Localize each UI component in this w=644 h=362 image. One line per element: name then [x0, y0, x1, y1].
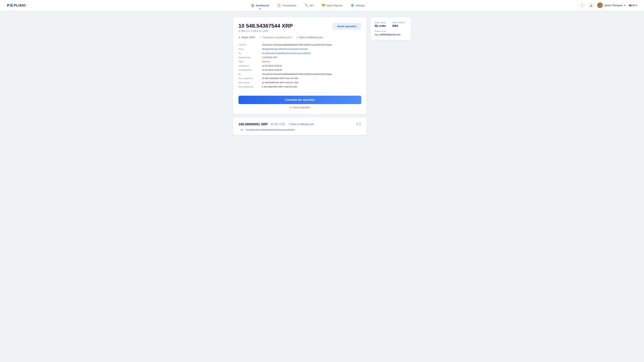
- table-row: Sum actual: 10 548.54367544 XRP 5 653.41…: [238, 80, 361, 85]
- table-row: Sum difference: 9 462.56847694 XRP 3 003…: [238, 85, 361, 89]
- content-area: 10 548.54367544 XRP 4 694.23 / 5 653.41 …: [233, 17, 366, 135]
- order-name-value: My order: [375, 24, 390, 27]
- from-address: 3Eq8Q82SkmjbVZRwRG4AZmkSpEVXZe3rdR: [262, 47, 361, 51]
- type-value: Cash-in: [262, 59, 361, 64]
- completed-at-value: 21.03.2019 15:58:43: [262, 68, 361, 72]
- hash-label: #1: [356, 121, 361, 127]
- sum-actual-xrp: 10 548.54367544 XRP: [262, 81, 284, 84]
- sum-actual-values: 10 548.54367544 XRP 5 653.41 USD: [262, 80, 361, 85]
- secondary-amounts: 100.00000001 XRP 50.95 USD ↗ Show on Bit…: [238, 122, 314, 126]
- currency-status: ✕ Ripple (XRP): [238, 36, 255, 39]
- amount-crypto: 10 548.54367544 XRP: [238, 23, 293, 29]
- field-label: Sum difference:: [238, 85, 262, 89]
- order-email-label: Order e-mail:: [375, 30, 407, 32]
- order-number-label: Order number:: [392, 21, 407, 24]
- flag-icon: 🇬🇧: [629, 4, 632, 7]
- card-header: 10 548.54367544 XRP 4 694.23 / 5 653.41 …: [238, 23, 361, 33]
- sum-diff-usd: 3 003.46 USD: [284, 85, 297, 88]
- order-number-value: 3064: [392, 24, 407, 27]
- nav-item-settings[interactable]: ⚙️ Settings: [346, 2, 368, 8]
- boost-operation-button[interactable]: Boost operation: [332, 23, 361, 30]
- external-link-icon: ↗: [288, 123, 290, 125]
- txn-id-value: 1f1ea45cf173b23a3c4af00a9df4404374f6cc85…: [262, 43, 361, 47]
- sum-diff-xrp: 9 462.56847694 XRP: [262, 85, 283, 88]
- nav-item-api[interactable]: 🔧 API: [300, 2, 318, 8]
- nav-item-dashboard[interactable]: 🏠 Dashboard: [247, 2, 273, 8]
- sum-expected-values: 20 000.00000000 XRP 8 591.49 USD: [262, 76, 361, 80]
- details-table: TXN ID: 1f1ea45cf173b23a3c4af00a9df44043…: [238, 43, 361, 89]
- check-icon: ✓: [259, 36, 261, 39]
- created-at-value: 21.03.2019 15:42:01: [262, 64, 361, 68]
- cancel-operation-row[interactable]: ✕ Cancel operation: [238, 106, 361, 109]
- secondary-to-address: bc1q60ma9vcm5ytd9kxtafw4s3wr9nqxuem38l3f…: [246, 129, 295, 131]
- field-label: Sum actual:: [238, 80, 262, 85]
- field-label: TXN ID:: [238, 43, 262, 47]
- external-link-icon: ↗: [296, 36, 298, 39]
- secondary-bithomp-link[interactable]: ↗ Show on Bithomp.com: [288, 123, 314, 125]
- active-dot: [260, 8, 260, 9]
- sum-diff-values: 9 462.56847694 XRP 3 003.46 USD: [262, 85, 361, 89]
- cancel-x-icon: ✕: [290, 106, 292, 109]
- field-label: Created at:: [238, 64, 262, 68]
- order-email-value: my_mail594@gmail.com: [375, 33, 407, 36]
- order-name-field: Order name: My order: [375, 21, 390, 27]
- header: P PLISIO 🏠 Dashboard 📋 Transactions 🔧 AP…: [0, 0, 644, 11]
- table-row: Created at: 21.03.2019 15:42:01: [238, 64, 361, 68]
- table-row: Sum expected: 20 000.00000000 XRP 8 591.…: [238, 76, 361, 80]
- status-row: ✕ Ripple (XRP) ✓ Transaction completed (…: [238, 36, 361, 39]
- field-label: To:: [238, 51, 262, 55]
- table-row: From: 3Eq8Q82SkmjbVZRwRG4AZmkSpEVXZe3rdR: [238, 47, 361, 51]
- show-on-bithomp-link[interactable]: ↗ Show on Bithomp.com: [296, 36, 323, 39]
- order-sidebar: Order name: My order Order number: 3064 …: [371, 17, 411, 40]
- table-row: TXN ID: 1f1ea45cf173b23a3c4af00a9df44043…: [238, 43, 361, 47]
- field-label: Type:: [238, 59, 262, 64]
- nav-item-mass-payouts[interactable]: 💳 Mass Payouts: [318, 2, 346, 8]
- to-label: To:: [240, 129, 243, 131]
- order-grid: Order name: My order Order number: 3064: [375, 21, 407, 27]
- field-label: Network fee:: [238, 55, 262, 59]
- chevron-down-icon: ▾: [624, 4, 626, 7]
- table-row: Network fee: 0.0029548 XRP: [238, 55, 361, 59]
- complete-operation-button[interactable]: Complete the operation: [238, 96, 361, 104]
- sum-expected-usd: 8 591.49 USD: [284, 77, 298, 80]
- transactions-icon: 📋: [277, 3, 281, 7]
- settings-icon: ⚙️: [350, 3, 354, 7]
- amount-usd-range: 4 694.23 / 5 653.41 USD: [238, 30, 293, 33]
- svg-rect-3: [11, 5, 12, 6]
- lang-chevron-icon: ▾: [636, 4, 637, 7]
- x-icon: ✕: [238, 36, 240, 39]
- logo[interactable]: P PLISIO: [7, 2, 26, 8]
- sum-actual-usd: 5 653.41 USD: [284, 81, 298, 84]
- order-name-label: Order name:: [375, 21, 390, 24]
- field-label: Completed at:: [238, 68, 262, 72]
- table-row: ID: 1f1ea45cf173b23a3c4af00a9df4404374f6…: [238, 72, 361, 76]
- secondary-to-row: To: bc1q60ma9vcm5ytd9kxtafw4s3wr9nqxuem3…: [238, 129, 361, 131]
- payouts-icon: 💳: [322, 3, 325, 7]
- table-row: To: bc1q60ma9vcm5ytd9kxtafw4s3wr9nqxuem3…: [238, 51, 361, 55]
- table-row: Type: Cash-in: [238, 59, 361, 64]
- main-content: 10 548.54367544 XRP 4 694.23 / 5 653.41 …: [230, 11, 414, 142]
- home-icon: 🏠: [251, 3, 254, 7]
- secondary-transaction-card: 100.00000001 XRP 50.95 USD ↗ Show on Bit…: [233, 117, 366, 135]
- nav-item-transactions[interactable]: 📋 Transactions: [273, 2, 300, 8]
- network-fee: 0.0029548 XRP: [262, 55, 361, 59]
- field-label: ID:: [238, 72, 262, 76]
- svg-text:P: P: [7, 3, 10, 7]
- id-value: 1f1ea45cf173b23a3c4af00a9df4404374f6cc85…: [262, 72, 361, 76]
- field-label: Sum expected:: [238, 76, 262, 80]
- transaction-card: 10 548.54367544 XRP 4 694.23 / 5 653.41 …: [233, 17, 366, 114]
- api-icon: 🔧: [304, 3, 308, 7]
- divider: [238, 92, 361, 92]
- user-menu[interactable]: James Thompson ▾: [597, 2, 626, 8]
- order-email-field: Order e-mail: my_mail594@gmail.com: [375, 30, 407, 36]
- notifications-button[interactable]: 🔔: [588, 3, 594, 8]
- language-selector[interactable]: 🇬🇧 EN ▾: [629, 4, 637, 7]
- table-row: Completed at: 21.03.2019 15:58:43: [238, 68, 361, 72]
- field-label: From:: [238, 47, 262, 51]
- user-name: James Thompson: [604, 4, 623, 7]
- secondary-card-header: 100.00000001 XRP 50.95 USD ↗ Show on Bit…: [238, 121, 361, 127]
- transaction-status: ✓ Transaction completed (20+): [259, 36, 292, 39]
- header-right: ? 🔔 James Thompson ▾ 🇬🇧 EN ▾: [580, 2, 637, 8]
- order-number-field: Order number: 3064: [392, 21, 407, 27]
- help-button[interactable]: ?: [580, 3, 585, 8]
